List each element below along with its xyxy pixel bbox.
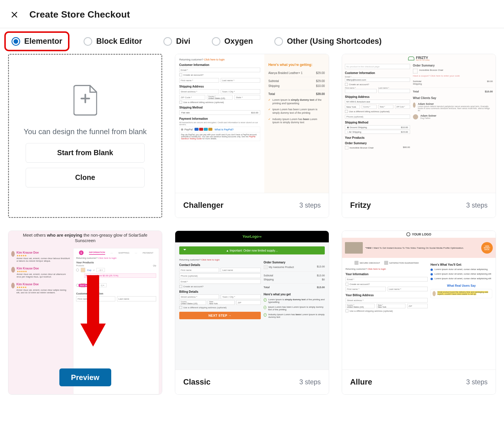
section-title: Contact Details [179, 263, 261, 267]
street [179, 89, 219, 94]
template-card-allure[interactable]: YOUR LOGO "YES! I Want To Get Instant Ac… [342, 231, 496, 395]
t-body: Great product loved the delivery time an… [437, 291, 488, 295]
l: Subtotal [264, 274, 273, 277]
b: Industry Ipsum Lorem has [268, 313, 296, 316]
chk-label: Create an account? [183, 74, 203, 76]
template-steps: 3 steps [466, 378, 488, 386]
review: Anner risus vai, ement, conse cteur labo… [16, 257, 70, 262]
template-name: Allure [350, 378, 372, 387]
section-title: Shipping Address [179, 85, 260, 88]
email [179, 279, 261, 284]
li: Lorem ipsum dolor sit amet, conse ctetur… [431, 277, 492, 280]
zip [407, 304, 428, 308]
section-title: Your Products [345, 136, 410, 139]
logo: YourLogo [243, 235, 259, 239]
section-title: Your Billing Address [346, 294, 428, 297]
last [117, 296, 156, 301]
editor-option-elementor[interactable]: Elementor [7, 35, 66, 48]
pp-note3: for more details. [202, 138, 217, 140]
sum-item: Alanya Braided Leather× 1 [268, 71, 303, 75]
lbl: Country * [363, 106, 375, 108]
pay-desc: All transactions are secure and encrypte… [179, 121, 260, 126]
chk: Create an account? [350, 283, 370, 286]
editor-option-other[interactable]: Other (Using Shortcodes) [270, 35, 386, 48]
returning: Returning customer? [76, 257, 97, 259]
close-icon[interactable] [10, 11, 18, 19]
template-preview: YourLogoTM ▲ Important: Order now limite… [175, 231, 329, 370]
template-card-solarsafe[interactable]: Meet others who are enjoying the non-gre… [8, 231, 162, 395]
side-title: Order Summary [413, 64, 493, 67]
chk: Use a different shipping address (option… [183, 306, 226, 309]
blank-description: You can design the funnel from blank [24, 127, 147, 136]
badge: SATISFACTION GUARANTEED [389, 262, 419, 264]
paypal-link: What is PayPal? [215, 128, 234, 131]
editor-selector: Elementor Block Editor Divi Oxygen Other… [0, 29, 504, 54]
brand: YOUR LOGO [412, 233, 431, 236]
sum-item: Incredible Bronze Chair [419, 69, 443, 73]
avatar [11, 283, 15, 288]
editor-option-divi[interactable]: Divi [159, 35, 195, 48]
editor-option-oxygen[interactable]: Oxygen [208, 35, 257, 48]
review: Anner risus vai, ement, conse cteur at u… [17, 273, 71, 278]
street [179, 294, 219, 299]
avatar [413, 114, 418, 119]
chk: Use a different billing address (optiona… [349, 110, 390, 113]
section-title: Shipping Method [345, 121, 410, 124]
stars-icon: ★★★★★ [16, 254, 70, 257]
hero-b: who are enjoying [47, 233, 82, 237]
template-steps: 3 steps [299, 202, 321, 209]
chk: Create an account? [183, 285, 203, 288]
template-card-classic[interactable]: YourLogoTM ▲ Important: Order now limite… [175, 231, 329, 395]
v: $0.00 [487, 80, 493, 83]
phone [345, 115, 410, 119]
col-h: Qty [153, 265, 156, 267]
review: Anner risus vai, ement, conse cteur adip… [16, 289, 70, 294]
radio-icon [12, 37, 20, 46]
summary-title: Here's what you're getting: [268, 63, 325, 67]
b1a: Lorem Ipsum is [272, 98, 291, 101]
brand-sub: PETS STORE [416, 59, 430, 61]
state [234, 95, 260, 100]
ship2v: $15.00 [401, 131, 408, 133]
b1b: simply dummy text [291, 98, 314, 101]
reviewer: Kim Krause Doe [16, 251, 70, 254]
template-steps: 3 steps [299, 378, 321, 386]
ship1: Ground Shipping [350, 126, 367, 129]
template-card-challenger[interactable]: Returning customer? Click here to login … [175, 54, 329, 218]
no-product: No product in the checkout page [345, 64, 410, 69]
pp-note2: SANDBOX ENABLED. You can use sandbox tes… [181, 136, 249, 138]
clone-button[interactable]: Clone [26, 168, 145, 187]
section-title: Shipping Address [345, 95, 410, 98]
sub-l: Subtotal [268, 79, 279, 83]
returning-link: Click here to login [204, 58, 225, 61]
paw-icon [408, 56, 414, 60]
start-from-blank-button[interactable]: Start from Blank [26, 143, 145, 163]
divider [0, 28, 504, 28]
template-card-fritzy[interactable]: FRIZTYPETS STORE No product in the check… [342, 54, 496, 218]
returning-link: Click here to login [98, 257, 117, 259]
first [76, 296, 115, 301]
reviewer: Kim Krause Doe [16, 283, 70, 286]
editor-option-block[interactable]: Block Editor [80, 35, 146, 48]
sum-item-v: $80.00 [403, 146, 410, 149]
pp-note1: Pay via PayPal; you can pay with your cr… [181, 134, 257, 136]
lock-icon [354, 261, 358, 265]
hero-c: the non-greasy glow of SolarSafe Sunscre… [75, 233, 148, 243]
first [346, 287, 386, 291]
tab: PAYMENT [143, 252, 153, 254]
editor-label: Block Editor [96, 37, 142, 46]
promo: Buy 1 and Save $2.00 (25.71%) [84, 273, 156, 278]
email-val: tiffany@boxed.com [345, 78, 410, 82]
v: $10.00 [485, 90, 493, 93]
template-preview: Returning customer? Click here to login … [175, 54, 329, 193]
lbl: ZIP Code * [397, 106, 405, 108]
preview-button[interactable]: Preview [59, 368, 111, 386]
section-title: Here's what you get [264, 293, 325, 296]
guarantee-badge-icon: 100%MONEYBACK [481, 242, 493, 254]
item-v: $13.00 [317, 265, 325, 269]
avatar [11, 251, 15, 257]
paypal-label: PayPal [184, 128, 193, 131]
phone [179, 273, 261, 278]
l: Total [264, 286, 270, 289]
template-name: Classic [183, 378, 211, 387]
